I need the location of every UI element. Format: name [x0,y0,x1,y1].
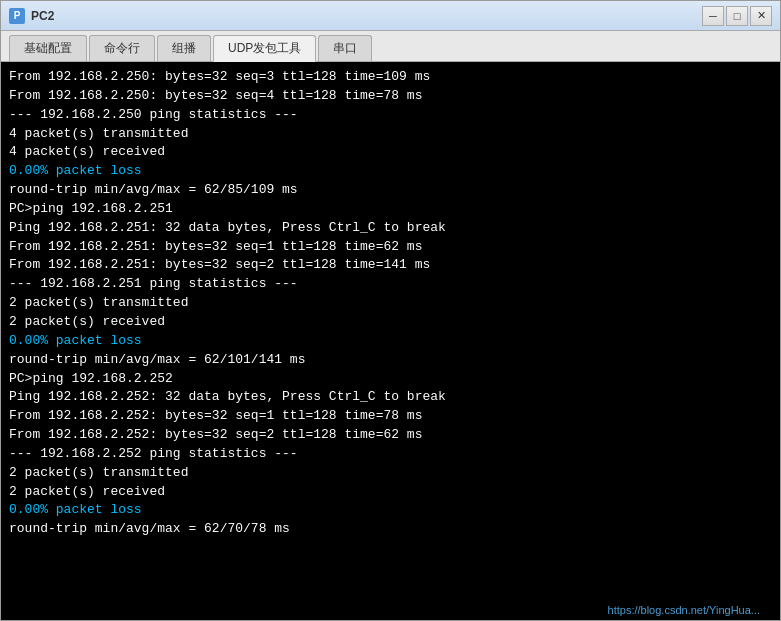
terminal-line: --- 192.168.2.251 ping statistics --- [9,275,772,294]
title-bar: P PC2 ─ □ ✕ [1,1,780,31]
main-window: P PC2 ─ □ ✕ 基础配置 命令行 组播 UDP发包工具 串口 From … [0,0,781,621]
terminal-line: 4 packet(s) transmitted [9,125,772,144]
tab-serial[interactable]: 串口 [318,35,372,61]
title-buttons: ─ □ ✕ [702,6,772,26]
window-title: PC2 [31,9,54,23]
terminal-line: --- 192.168.2.252 ping statistics --- [9,445,772,464]
tab-udp-tool[interactable]: UDP发包工具 [213,35,316,62]
window-icon-text: P [14,10,21,21]
close-button[interactable]: ✕ [750,6,772,26]
terminal-line: 2 packet(s) received [9,483,772,502]
terminal-line: round-trip min/avg/max = 62/101/141 ms [9,351,772,370]
terminal-output[interactable]: From 192.168.2.250: bytes=32 seq=3 ttl=1… [1,62,780,620]
terminal-line: 4 packet(s) received [9,143,772,162]
window-icon: P [9,8,25,24]
terminal-area: From 192.168.2.250: bytes=32 seq=3 ttl=1… [1,62,780,620]
title-bar-left: P PC2 [9,8,54,24]
terminal-line: 0.00% packet loss [9,501,772,520]
terminal-line: From 192.168.2.252: bytes=32 seq=2 ttl=1… [9,426,772,445]
terminal-line: 2 packet(s) received [9,313,772,332]
terminal-line: 2 packet(s) transmitted [9,464,772,483]
terminal-line: Ping 192.168.2.252: 32 data bytes, Press… [9,388,772,407]
terminal-line: --- 192.168.2.250 ping statistics --- [9,106,772,125]
terminal-line: 0.00% packet loss [9,162,772,181]
minimize-button[interactable]: ─ [702,6,724,26]
terminal-line: 0.00% packet loss [9,332,772,351]
tab-command-line[interactable]: 命令行 [89,35,155,61]
watermark: https://blog.csdn.net/YingHua... [608,604,760,616]
tab-multicast[interactable]: 组播 [157,35,211,61]
terminal-line: round-trip min/avg/max = 62/70/78 ms [9,520,772,539]
terminal-line: Ping 192.168.2.251: 32 data bytes, Press… [9,219,772,238]
terminal-line: PC>ping 192.168.2.252 [9,370,772,389]
terminal-line: From 192.168.2.250: bytes=32 seq=4 ttl=1… [9,87,772,106]
tab-bar: 基础配置 命令行 组播 UDP发包工具 串口 [1,31,780,62]
terminal-line: 2 packet(s) transmitted [9,294,772,313]
terminal-line: From 192.168.2.250: bytes=32 seq=3 ttl=1… [9,68,772,87]
maximize-button[interactable]: □ [726,6,748,26]
terminal-line: From 192.168.2.251: bytes=32 seq=2 ttl=1… [9,256,772,275]
terminal-line: From 192.168.2.251: bytes=32 seq=1 ttl=1… [9,238,772,257]
terminal-line: PC>ping 192.168.2.251 [9,200,772,219]
terminal-line: From 192.168.2.252: bytes=32 seq=1 ttl=1… [9,407,772,426]
terminal-line: round-trip min/avg/max = 62/85/109 ms [9,181,772,200]
tab-basic-config[interactable]: 基础配置 [9,35,87,61]
